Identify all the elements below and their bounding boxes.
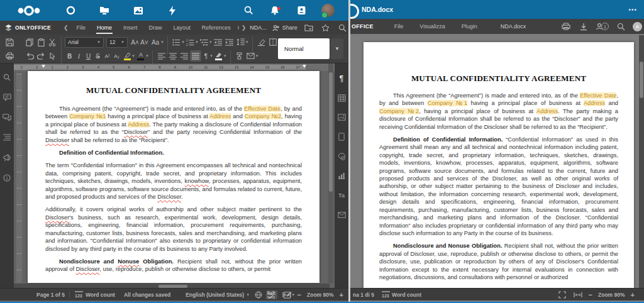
paragraph-settings-icon[interactable]: ¶	[337, 74, 347, 83]
favorite-star-icon[interactable]	[320, 22, 331, 33]
font-name-select[interactable]: Arial▼	[65, 37, 104, 48]
viewer-tab-plugin[interactable]: Plugin	[456, 19, 483, 33]
copy-icon[interactable]	[24, 36, 35, 48]
viewer-vertical-scrollbar[interactable]	[639, 35, 644, 289]
tab-collaboration-cut[interactable]: C	[236, 21, 239, 35]
increase-font-icon[interactable]: A˄	[130, 39, 140, 46]
paragraph-style-selector[interactable]: Normal	[278, 38, 330, 59]
save-icon[interactable]	[4, 36, 15, 48]
tab-insert[interactable]: Insert	[118, 21, 143, 35]
zoom-in-button[interactable]: +	[340, 291, 343, 299]
fit-page-icon[interactable]	[266, 290, 276, 299]
navigation-headings-icon[interactable]	[3, 133, 12, 142]
nextcloud-logo-icon[interactable]	[15, 4, 43, 17]
underline-icon[interactable]: U	[84, 53, 93, 60]
viewer-zoom-level[interactable]: Zoom 90%	[598, 292, 625, 298]
share-button[interactable]: Share	[272, 25, 297, 31]
superscript-icon[interactable]: A²	[103, 53, 112, 59]
tab-home[interactable]: Home	[91, 21, 118, 35]
indent-marker-right[interactable]	[303, 65, 306, 68]
set-language-globe-icon[interactable]	[253, 290, 264, 299]
vertical-scrollbar[interactable]	[328, 63, 333, 283]
copy-style-icon[interactable]	[234, 50, 245, 62]
textart-settings-icon[interactable]: Ta	[337, 190, 347, 200]
undo-icon[interactable]	[24, 50, 35, 62]
strikethrough-icon[interactable]: S	[93, 53, 103, 60]
download-icon[interactable]	[578, 21, 589, 32]
paste-icon[interactable]	[35, 36, 47, 48]
increase-indent-icon[interactable]	[224, 36, 235, 48]
dashboard-icon[interactable]	[64, 4, 77, 17]
table-settings-icon[interactable]	[337, 93, 347, 102]
viewer-word-count-label[interactable]: Word count	[392, 292, 421, 298]
redo-icon[interactable]	[35, 50, 47, 62]
viewer-zoom-out-button[interactable]: −	[589, 291, 592, 299]
decrease-font-icon[interactable]: A˅	[140, 39, 149, 46]
zoom-out-button[interactable]: −	[297, 291, 301, 299]
document-page[interactable]: MUTUAL CONFIDENTIALITY AGREEMENT This Ag…	[28, 71, 319, 283]
viewer-print-icon[interactable]	[560, 21, 572, 32]
tab-file[interactable]: File	[71, 21, 92, 35]
viewer-fit-page-icon[interactable]	[557, 290, 567, 299]
chart-settings-icon[interactable]	[337, 171, 347, 180]
zoom-level[interactable]: Zoom 90%	[307, 292, 334, 298]
chat-icon[interactable]	[3, 113, 12, 122]
user-avatar[interactable]	[321, 4, 335, 17]
files-icon[interactable]	[98, 4, 111, 17]
word-count-label[interactable]: Word count	[86, 292, 115, 298]
fit-width-icon[interactable]	[282, 290, 292, 299]
sidebar-search-icon[interactable]	[3, 72, 12, 82]
align-center-icon[interactable]	[167, 50, 179, 62]
about-icon[interactable]	[3, 173, 12, 182]
notifications-bell-icon[interactable]	[269, 4, 281, 17]
active-users-icon[interactable]: 1	[596, 23, 609, 30]
align-right-icon[interactable]	[179, 50, 190, 62]
tabs-scroll-left-icon[interactable]: ❮	[61, 25, 71, 31]
justify-icon[interactable]	[190, 50, 201, 62]
tabs-scroll-right-icon[interactable]: ❯	[239, 25, 249, 31]
photos-icon[interactable]	[132, 4, 145, 17]
shape-settings-icon[interactable]	[337, 152, 347, 161]
open-file-location-icon[interactable]	[303, 22, 314, 33]
style-gallery-dropdown-icon[interactable]: ▼	[331, 38, 343, 59]
viewer-tab-visualizza[interactable]: Visualizza	[414, 19, 450, 33]
mailmerge-settings-icon[interactable]	[337, 210, 347, 219]
subscript-icon[interactable]: A₂	[112, 53, 121, 59]
indent-marker-left[interactable]	[42, 65, 45, 68]
select-tool-icon[interactable]	[47, 50, 58, 62]
clear-style-icon[interactable]	[256, 36, 267, 48]
activity-icon[interactable]	[166, 4, 179, 17]
headerfooter-settings-icon[interactable]	[337, 132, 347, 141]
contacts-icon[interactable]	[295, 4, 308, 17]
cut-icon[interactable]	[47, 36, 58, 48]
feedback-icon[interactable]	[3, 153, 12, 162]
vertical-ruler[interactable]	[16, 74, 22, 283]
align-left-icon[interactable]	[156, 50, 167, 62]
print-icon[interactable]	[4, 50, 15, 62]
tab-references[interactable]: References	[196, 21, 236, 35]
decrease-indent-icon[interactable]	[213, 36, 224, 48]
search-icon[interactable]	[242, 4, 255, 17]
bold-icon[interactable]: B	[65, 53, 74, 60]
tab-layout[interactable]: Layout	[168, 21, 196, 35]
viewer-fit-width-icon[interactable]	[573, 290, 583, 299]
viewer-search-icon[interactable]	[615, 21, 626, 32]
more-menu-icon[interactable]: •••	[628, 0, 637, 19]
font-size-select[interactable]: 12▼	[106, 37, 128, 48]
viewer-scroll-thumb[interactable]	[640, 62, 643, 98]
vertical-scroll-thumb[interactable]	[329, 72, 333, 192]
language-selector[interactable]: English (United States)	[186, 292, 244, 298]
italic-icon[interactable]: I	[74, 53, 84, 60]
viewer-word-count-icon[interactable]: 123	[380, 290, 391, 299]
viewer-tab-file[interactable]: File	[389, 19, 409, 33]
word-count-icon[interactable]: 123	[74, 290, 84, 299]
viewer-zoom-in-button[interactable]: +	[631, 291, 635, 299]
viewer-page-indicator[interactable]: na 1 di 5	[353, 292, 374, 298]
viewer-user-avatar[interactable]: A	[633, 22, 642, 31]
comments-icon[interactable]	[3, 92, 12, 102]
page-indicator[interactable]: Page 1 of 5	[36, 292, 65, 298]
tab-draw[interactable]: Draw	[143, 21, 168, 35]
editor-search-icon[interactable]	[337, 22, 348, 33]
change-case-icon[interactable]: Aa	[149, 39, 162, 46]
viewer-document-page[interactable]: MUTUAL CONFIDENTIALITY AGREEMENT This Ag…	[364, 42, 634, 289]
